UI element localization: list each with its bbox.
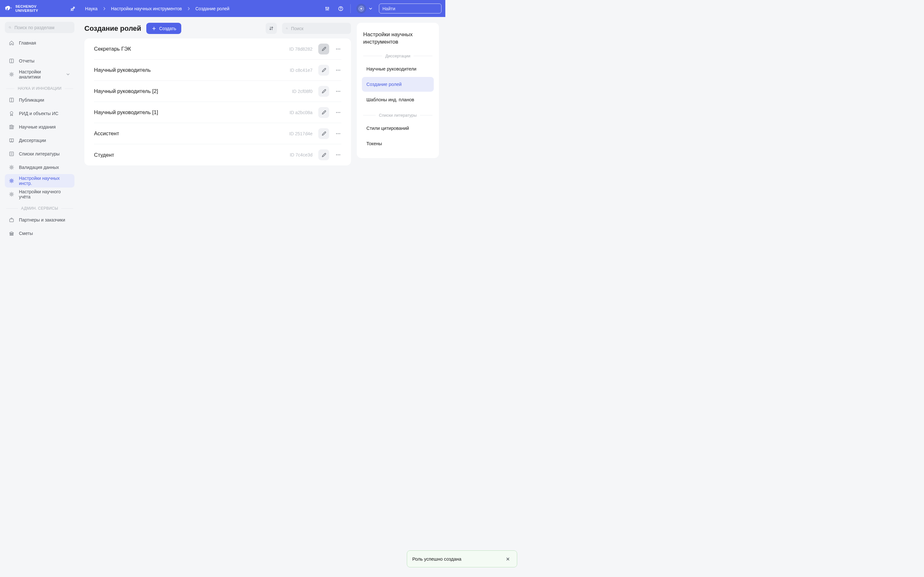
sidebar-item[interactable]: Публикации xyxy=(5,93,74,107)
edit-button[interactable] xyxy=(318,86,329,97)
create-button[interactable]: Создать xyxy=(146,23,181,34)
dots-icon xyxy=(335,110,341,115)
list-icon xyxy=(9,151,15,157)
sidebar-item-label: Настройки научного учёта xyxy=(19,189,71,199)
settings-icon[interactable] xyxy=(323,5,331,13)
role-name: Ассистент xyxy=(94,131,284,137)
chevron-down-icon xyxy=(368,6,373,11)
role-row: Секретарь ГЭК ID 78d8282 xyxy=(94,39,341,60)
topbar: SECHENOV UNIVERSITY Наука Настройки науч… xyxy=(0,0,445,17)
rpanel-item[interactable]: Токены xyxy=(362,136,434,151)
sidebar-item[interactable]: Партнеры и заказчики xyxy=(5,213,74,227)
dots-icon xyxy=(335,67,341,73)
rpanel-group-1: Диссертации xyxy=(362,48,434,61)
more-button[interactable] xyxy=(335,128,341,139)
sidebar-item[interactable]: Настройки научных инстр. xyxy=(5,174,74,187)
content-search[interactable] xyxy=(282,23,351,34)
role-row: Научный руководитель [1] ID a2bc08a xyxy=(94,102,341,123)
sort-icon xyxy=(268,26,274,31)
dots-icon xyxy=(335,46,341,52)
crumb-2[interactable]: Создание ролей xyxy=(195,6,229,11)
sidebar-item[interactable]: Валидация данных xyxy=(5,161,74,174)
pencil-icon xyxy=(321,46,326,52)
more-button[interactable] xyxy=(335,65,341,76)
user-menu[interactable] xyxy=(357,4,373,13)
edit-button[interactable] xyxy=(318,128,329,139)
gear-icon xyxy=(9,191,15,197)
pin-icon[interactable] xyxy=(69,5,77,13)
sidebar-item[interactable]: Настройки аналитики xyxy=(5,68,74,81)
role-name: Студент xyxy=(94,152,284,158)
rpanel-item[interactable]: Научные руководители xyxy=(362,61,434,76)
book-icon xyxy=(9,58,15,64)
sidebar-item-label: Настройки научных инстр. xyxy=(19,176,71,186)
diploma-icon xyxy=(9,137,15,143)
global-search[interactable] xyxy=(379,3,441,13)
pencil-icon xyxy=(321,131,326,136)
crumb-1[interactable]: Настройки научных инструментов xyxy=(111,6,182,11)
edit-button[interactable] xyxy=(318,149,329,160)
role-name: Секретарь ГЭК xyxy=(94,46,284,52)
logo[interactable]: SECHENOV UNIVERSITY xyxy=(3,5,38,12)
edit-button[interactable] xyxy=(318,65,329,76)
rpanel-item[interactable]: Создание ролей xyxy=(362,77,434,92)
pencil-icon xyxy=(321,152,326,158)
home-icon xyxy=(9,40,15,46)
sidebar-item[interactable]: Диссертации xyxy=(5,134,74,147)
pencil-icon xyxy=(321,110,326,115)
more-button[interactable] xyxy=(335,86,341,97)
global-search-input[interactable] xyxy=(383,6,439,11)
dots-icon xyxy=(335,89,341,94)
page-title: Создание ролей xyxy=(84,24,141,33)
sidebar-item[interactable]: РИД и объекты ИС xyxy=(5,107,74,120)
sidebar-item[interactable]: Настройки научного учёта xyxy=(5,187,74,201)
role-id: ID 2517d4e xyxy=(289,131,312,136)
sort-button[interactable] xyxy=(266,23,277,34)
rpanel-group-2: Списки литературы xyxy=(362,108,434,120)
role-row: Научный руководитель ID c8c41e7 xyxy=(94,60,341,81)
role-name: Научный руководитель xyxy=(94,67,284,73)
sidebar-item[interactable]: Отчеты xyxy=(5,54,74,68)
sidebar-item-label: Списки литературы xyxy=(19,151,60,156)
role-id: ID c8c41e7 xyxy=(290,68,312,73)
search-icon xyxy=(9,25,11,30)
section-search-input[interactable] xyxy=(15,25,71,30)
rpanel-item[interactable]: Шаблоны инд. планов xyxy=(362,92,434,107)
search-icon xyxy=(286,26,288,31)
role-id: ID 78d8282 xyxy=(289,47,312,52)
content-search-input[interactable] xyxy=(291,26,347,31)
edit-button[interactable] xyxy=(318,107,329,118)
more-button[interactable] xyxy=(335,107,341,118)
help-icon[interactable] xyxy=(337,5,344,13)
chevron-right-icon xyxy=(102,6,107,11)
sidebar-item[interactable]: Главная xyxy=(5,36,74,50)
sidebar-item[interactable]: Научные издания xyxy=(5,120,74,134)
rpanel-item[interactable]: Стили цитирований xyxy=(362,121,434,135)
sidebar-item-label: Публикации xyxy=(19,97,44,103)
sidebar-item-label: Партнеры и заказчики xyxy=(19,218,65,222)
gear-icon xyxy=(9,71,15,77)
sidebar-item-label: РИД и объекты ИС xyxy=(19,111,58,116)
role-id: ID 2cf08f0 xyxy=(292,89,312,94)
more-button[interactable] xyxy=(335,149,341,160)
chevron-right-icon xyxy=(186,6,191,11)
gear-icon xyxy=(9,164,15,170)
section-search[interactable] xyxy=(5,22,74,33)
sidebar-item[interactable]: Сметы xyxy=(5,227,74,240)
more-button[interactable] xyxy=(335,44,341,55)
role-name: Научный руководитель [1] xyxy=(94,109,284,115)
sidebar-group: АДМИН. СЕРВИСЫ xyxy=(5,201,74,213)
sidebar-item-label: Настройки аналитики xyxy=(19,69,61,79)
award-icon xyxy=(9,111,15,116)
gear-icon xyxy=(9,178,15,184)
edit-button[interactable] xyxy=(318,44,329,55)
dots-icon xyxy=(335,131,341,137)
crumb-0[interactable]: Наука xyxy=(85,6,97,11)
roles-card: Секретарь ГЭК ID 78d8282 Научный руковод… xyxy=(84,39,351,165)
bank-icon xyxy=(9,230,15,236)
sidebar-item[interactable]: Списки литературы xyxy=(5,147,74,161)
books-icon xyxy=(9,124,15,130)
sidebar-group: НАУКА И ИННОВАЦИИ xyxy=(5,81,74,93)
brand-line2: UNIVERSITY xyxy=(15,9,38,13)
sidebar-item-label: Отчеты xyxy=(19,58,34,63)
